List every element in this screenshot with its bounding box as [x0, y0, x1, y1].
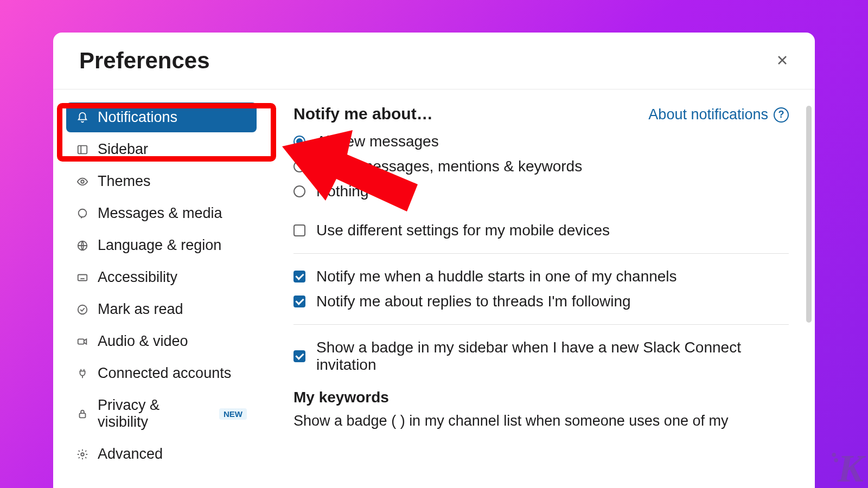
sidebar-item-audio-video[interactable]: Audio & video [66, 326, 257, 356]
sidebar-item-label: Accessibility [98, 269, 177, 286]
svg-rect-13 [78, 339, 84, 344]
sidebar-item-messages-media[interactable]: Messages & media [66, 198, 257, 228]
radio-input[interactable] [293, 160, 305, 172]
modal-title: Preferences [79, 48, 210, 74]
watermark: ••K [831, 446, 861, 488]
sidebar-item-label: Sidebar [98, 141, 148, 158]
sidebar-item-label: Advanced [98, 446, 163, 463]
sidebar-item-label: Notifications [98, 109, 177, 126]
sidebar-item-privacy-visibility[interactable]: Privacy & visibility NEW [66, 390, 257, 437]
sidebar-item-accessibility[interactable]: Accessibility [66, 262, 257, 292]
about-link-text: About notifications [648, 106, 768, 123]
check-circle-icon [76, 303, 89, 316]
sidebar-item-label: Audio & video [98, 333, 188, 350]
checkbox-input[interactable] [293, 350, 305, 362]
truncated-description: Show a badge ( ) in my channel list when… [293, 413, 789, 429]
close-button[interactable] [776, 52, 789, 69]
radio-input[interactable] [293, 185, 305, 197]
video-icon [76, 335, 89, 348]
svg-rect-14 [80, 413, 86, 418]
radio-label: Direct messages, mentions & keywords [316, 158, 582, 175]
checkbox-mobile-settings[interactable]: Use different settings for my mobile dev… [293, 222, 789, 239]
svg-point-15 [81, 453, 84, 456]
lock-icon [76, 407, 89, 420]
content-pane: Notify me about… About notifications ? A… [267, 89, 815, 488]
svg-point-12 [78, 305, 87, 314]
sidebar: Notifications Sidebar Themes Messages & … [53, 89, 267, 488]
bell-icon [76, 111, 89, 124]
radio-label: All new messages [316, 133, 439, 150]
about-notifications-link[interactable]: About notifications ? [648, 106, 789, 123]
checkbox-label: Notify me about replies to threads I'm f… [316, 293, 631, 310]
checkbox-input[interactable] [293, 271, 305, 282]
sidebar-item-label: Privacy & visibility [98, 397, 207, 431]
keyboard-icon [76, 271, 89, 284]
sidebar-icon [76, 143, 89, 156]
sidebar-item-label: Connected accounts [98, 365, 231, 382]
sidebar-item-sidebar[interactable]: Sidebar [66, 134, 257, 164]
svg-rect-7 [78, 274, 87, 280]
sidebar-item-label: Messages & media [98, 205, 222, 222]
checkbox-slack-connect-badge[interactable]: Show a badge in my sidebar when I have a… [293, 339, 789, 374]
globe-icon [76, 239, 89, 252]
eye-icon [76, 175, 89, 188]
sidebar-item-mark-as-read[interactable]: Mark as read [66, 294, 257, 324]
sidebar-item-connected-accounts[interactable]: Connected accounts [66, 358, 257, 388]
sidebar-item-language-region[interactable]: Language & region [66, 230, 257, 260]
radio-input[interactable] [293, 136, 305, 147]
checkbox-label: Show a badge in my sidebar when I have a… [316, 339, 789, 374]
svg-point-4 [81, 180, 84, 183]
chat-icon [76, 207, 89, 220]
checkbox-huddle-notify[interactable]: Notify me when a huddle starts in one of… [293, 268, 789, 285]
modal-header: Preferences [53, 33, 815, 89]
sidebar-item-notifications[interactable]: Notifications [66, 102, 257, 132]
svg-rect-2 [78, 145, 87, 153]
sidebar-item-label: Language & region [98, 237, 221, 254]
modal-body: Notifications Sidebar Themes Messages & … [53, 89, 815, 488]
preferences-modal: Preferences Notifications Sidebar Themes [53, 33, 815, 488]
divider [293, 324, 789, 325]
sidebar-item-themes[interactable]: Themes [66, 166, 257, 196]
radio-label: Nothing [316, 183, 369, 200]
gear-icon [76, 448, 89, 461]
radio-direct-mentions[interactable]: Direct messages, mentions & keywords [293, 158, 789, 175]
checkbox-input[interactable] [293, 224, 305, 236]
notify-heading: Notify me about… [293, 105, 433, 123]
radio-all-new-messages[interactable]: All new messages [293, 133, 789, 150]
svg-point-5 [79, 209, 87, 217]
sidebar-item-label: Themes [98, 173, 151, 190]
sidebar-item-advanced[interactable]: Advanced [66, 439, 257, 469]
checkbox-thread-replies[interactable]: Notify me about replies to threads I'm f… [293, 293, 789, 310]
checkbox-input[interactable] [293, 296, 305, 307]
divider [293, 253, 789, 254]
plug-icon [76, 367, 89, 380]
close-icon [776, 54, 789, 67]
scrollbar[interactable] [806, 106, 812, 323]
checkbox-label: Use different settings for my mobile dev… [316, 222, 610, 239]
new-badge: NEW [219, 408, 247, 420]
keywords-heading: My keywords [293, 389, 789, 406]
checkbox-label: Notify me when a huddle starts in one of… [316, 268, 677, 285]
help-icon: ? [774, 107, 789, 123]
radio-nothing[interactable]: Nothing [293, 183, 789, 200]
sidebar-item-label: Mark as read [98, 301, 183, 318]
